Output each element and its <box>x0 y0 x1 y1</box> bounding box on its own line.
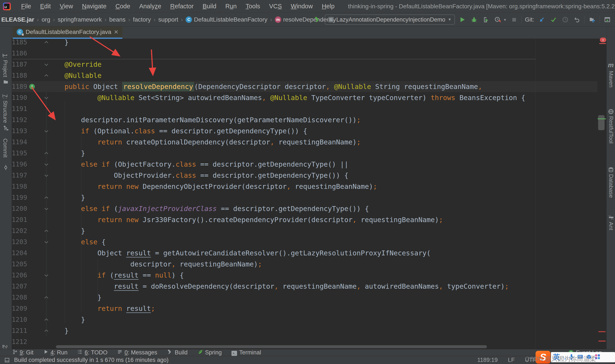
line-number[interactable]: 1198 <box>12 181 24 192</box>
fold-marker-icon[interactable] <box>44 229 49 233</box>
line-number[interactable]: 1196 <box>12 159 24 170</box>
rollback-icon[interactable] <box>573 15 581 24</box>
coverage-icon[interactable] <box>481 15 490 24</box>
run-anything-icon[interactable] <box>603 15 612 24</box>
breadcrumb-item[interactable]: org <box>42 16 50 23</box>
fold-marker-icon[interactable] <box>44 240 49 244</box>
line-number[interactable]: 1204 <box>12 247 24 259</box>
code-line[interactable]: 1185 } <box>12 39 598 48</box>
line-number[interactable]: 1185 <box>12 39 24 48</box>
menu-build[interactable]: Build <box>198 0 221 13</box>
build-hammer-icon[interactable] <box>313 15 321 24</box>
line-number[interactable]: 1211 <box>12 325 24 336</box>
tool-button-database[interactable]: Database <box>608 174 614 198</box>
fold-marker-icon[interactable] <box>44 207 49 211</box>
line-number[interactable]: 1192 <box>12 114 24 125</box>
debug-icon[interactable] <box>470 15 478 24</box>
line-number[interactable]: 1207 <box>12 281 24 292</box>
line-number[interactable]: 1205 <box>12 259 24 270</box>
error-mark[interactable] <box>599 43 606 44</box>
line-number[interactable]: 1202 <box>12 225 24 236</box>
tool-button-commit[interactable]: Commit <box>2 139 9 158</box>
profiler-icon[interactable] <box>493 15 502 24</box>
fold-marker-icon[interactable] <box>44 96 49 100</box>
code-line[interactable]: 1208 } <box>12 292 598 303</box>
menu-window[interactable]: Window <box>286 0 317 13</box>
line-number[interactable]: 1203 <box>12 236 24 247</box>
code-line[interactable]: 1206 if (result == null) { <box>12 270 598 281</box>
code-line[interactable]: 1202 } <box>12 225 598 236</box>
line-number[interactable]: 1212 <box>12 336 24 347</box>
fold-marker-icon[interactable] <box>44 162 49 166</box>
fold-marker-icon[interactable] <box>44 295 49 299</box>
fold-marker-icon[interactable] <box>44 73 49 78</box>
line-number[interactable]: 1200 <box>12 203 24 214</box>
error-mark[interactable] <box>598 340 606 342</box>
line-number[interactable]: 1190 <box>12 92 24 103</box>
line-number[interactable]: 1188 <box>12 70 24 81</box>
line-number[interactable]: 1208 <box>12 292 24 303</box>
update-project-icon[interactable] <box>537 15 546 24</box>
menu-vcs[interactable]: VCS <box>265 0 286 13</box>
menu-code[interactable]: Code <box>111 0 135 13</box>
toolwindow-toggle-icon[interactable] <box>4 357 10 363</box>
code-line[interactable]: 1204 Object result = getAutowireCandidat… <box>12 247 598 259</box>
inspections-widget[interactable]: ! <box>600 38 606 42</box>
breadcrumb-item[interactable]: beans <box>109 16 126 23</box>
toolwindow-messages[interactable]: 0: Messages <box>117 349 157 356</box>
line-number[interactable]: 1191 <box>12 103 24 114</box>
run-icon[interactable] <box>458 15 467 24</box>
fold-marker-icon[interactable] <box>44 129 49 133</box>
line-number[interactable]: 1195 <box>12 148 24 159</box>
breadcrumb-item[interactable]: springframework <box>58 16 102 23</box>
vcs-change-mark[interactable] <box>598 118 606 119</box>
menu-refactor[interactable]: Refactor <box>166 0 198 13</box>
code-line[interactable]: 1193 if (Optional.class == descriptor.ge… <box>12 125 598 137</box>
fold-marker-icon[interactable] <box>44 195 49 200</box>
line-number[interactable]: 1206 <box>12 270 24 281</box>
implementing-method-icon[interactable]: I <box>29 84 35 89</box>
code-line[interactable]: 1209 return result; <box>12 303 598 314</box>
tool-button-project[interactable]: 1: Project <box>2 54 9 77</box>
line-number[interactable]: 1187 <box>12 59 24 70</box>
fold-marker-icon[interactable] <box>44 317 49 322</box>
code-line[interactable]: 1207 result = doResolveDependency(descri… <box>12 281 598 292</box>
chevron-down-icon[interactable]: ▼ <box>503 18 507 22</box>
code-line[interactable]: 1189I public Object resolveDependency(De… <box>12 81 598 92</box>
code-line[interactable]: 1195 } <box>12 148 598 159</box>
vertical-scrollbar-thumb[interactable] <box>598 115 604 130</box>
code-line[interactable]: 1186 <box>12 48 598 59</box>
code-line[interactable]: 1205 descriptor, requestingBeanName); <box>12 259 598 270</box>
caret-position[interactable]: 1189:19 <box>477 357 498 363</box>
run-config-combo[interactable]: LazyAnnotationDependencyInjectionDemo▼ <box>325 14 455 25</box>
code-editor[interactable]: 1185 }11861187 @Override1188 @Nullable11… <box>12 39 598 349</box>
tool-button-structure[interactable]: 7: Structure <box>2 94 9 123</box>
tool-button-ant[interactable]: Ant <box>608 222 614 230</box>
line-number[interactable]: 1197 <box>12 170 24 181</box>
error-stripe[interactable]: ! <box>598 39 606 349</box>
menu-tools[interactable]: Tools <box>241 0 265 13</box>
fold-marker-icon[interactable] <box>44 151 49 155</box>
fold-marker-icon[interactable] <box>44 273 49 277</box>
tool-button-restfultool[interactable]: RestfulTool <box>608 116 614 143</box>
line-number[interactable]: 1199 <box>12 192 24 203</box>
code-line[interactable]: 1196 else if (ObjectFactory.class == des… <box>12 159 598 170</box>
code-line[interactable]: 1192 descriptor.initParameterNameDiscove… <box>12 114 598 125</box>
changed-files-icon[interactable] <box>588 15 596 24</box>
code-line[interactable]: 1210 } <box>12 314 598 325</box>
tool-button-maven[interactable]: Maven <box>608 71 614 88</box>
menu-help[interactable]: Help <box>317 0 339 13</box>
horizontal-scrollbar[interactable] <box>56 345 487 348</box>
code-line[interactable]: 1211 } <box>12 325 598 336</box>
code-line[interactable]: 1201 return new Jsr330Factory().createDe… <box>12 214 598 225</box>
toolwindow-build[interactable]: Build <box>167 349 187 356</box>
fold-marker-icon[interactable] <box>44 62 49 66</box>
line-number[interactable]: 1193 <box>12 125 24 137</box>
toolwindow-terminal[interactable]: >_Terminal <box>231 349 261 356</box>
toolwindow-todo[interactable]: 6: TODO <box>77 349 107 356</box>
toolwindow-run[interactable]: 4: Run <box>43 349 68 356</box>
code-line[interactable]: 1200 else if (javaxInjectProviderClass =… <box>12 203 598 214</box>
code-line[interactable]: 1188 @Nullable <box>12 70 598 81</box>
menu-edit[interactable]: Edit <box>36 0 55 13</box>
tab-close-icon[interactable]: ✕ <box>114 29 119 35</box>
